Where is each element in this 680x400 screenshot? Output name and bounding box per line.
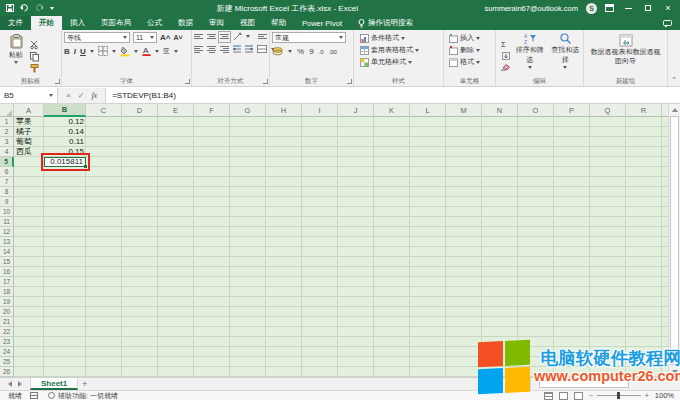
ribbon-display-options-icon[interactable]	[605, 4, 614, 12]
conditional-formatting-button[interactable]: 条件格式	[360, 32, 441, 44]
column-header-I[interactable]: I	[302, 104, 338, 117]
tab-formulas[interactable]: 公式	[139, 16, 170, 30]
tab-home[interactable]: 开始	[31, 16, 62, 30]
column-header-D[interactable]: D	[122, 104, 158, 117]
font-color-icon[interactable]: A	[142, 46, 151, 56]
row-header-6[interactable]: 6	[0, 167, 14, 177]
new-sheet-button[interactable]: +	[78, 378, 91, 390]
row-header-12[interactable]: 12	[0, 227, 14, 237]
find-select-button[interactable]: 查找和选择	[550, 32, 582, 76]
middle-align-icon[interactable]	[207, 33, 216, 41]
row-header-25[interactable]: 25	[0, 357, 14, 367]
tab-data[interactable]: 数据	[170, 16, 201, 30]
tab-page-layout[interactable]: 页面布局	[93, 16, 139, 30]
row-header-1[interactable]: 1	[0, 117, 14, 127]
sheet-tab-sheet1[interactable]: Sheet1	[30, 378, 78, 390]
underline-button[interactable]: U	[80, 47, 86, 56]
column-header-G[interactable]: G	[230, 104, 266, 117]
accounting-format-icon[interactable]	[272, 47, 283, 56]
italic-button[interactable]: I	[74, 47, 76, 56]
font-name-select[interactable]: 等线	[64, 32, 130, 43]
tab-file[interactable]: 文件	[0, 16, 31, 30]
phonetic-caret-icon[interactable]	[174, 50, 178, 53]
font-size-select[interactable]: 11	[133, 32, 157, 43]
tab-view[interactable]: 视图	[232, 16, 263, 30]
cell-A1[interactable]: 苹果	[14, 117, 44, 127]
tab-review[interactable]: 审阅	[201, 16, 232, 30]
column-header-Q[interactable]: Q	[590, 104, 626, 117]
fill-down-icon[interactable]	[501, 52, 510, 60]
vertical-scroll-thumb[interactable]	[670, 116, 679, 365]
orientation-caret-icon[interactable]	[246, 35, 250, 38]
row-header-2[interactable]: 2	[0, 127, 14, 137]
center-icon[interactable]	[207, 45, 216, 53]
row-header-16[interactable]: 16	[0, 267, 14, 277]
close-button[interactable]: ×	[662, 2, 674, 14]
row-header-23[interactable]: 23	[0, 337, 14, 347]
increase-font-icon[interactable]: A˄	[160, 33, 170, 42]
sort-filter-button[interactable]: AZ 排序和筛选	[514, 32, 546, 76]
row-header-3[interactable]: 3	[0, 137, 14, 147]
comments-icon[interactable]	[663, 16, 680, 30]
row-header-18[interactable]: 18	[0, 287, 14, 297]
increase-decimal-icon[interactable]: .0	[319, 49, 324, 55]
row-header-5[interactable]: 5	[0, 157, 14, 167]
decrease-indent-icon[interactable]	[233, 45, 241, 53]
fill-color-caret-icon[interactable]	[134, 50, 138, 53]
column-header-L[interactable]: L	[410, 104, 446, 117]
select-all-corner[interactable]	[0, 104, 14, 117]
align-right-icon[interactable]	[220, 45, 229, 53]
zoom-slider[interactable]: − +	[589, 392, 649, 399]
accounting-caret-icon[interactable]	[288, 50, 292, 53]
page-break-view-icon[interactable]	[574, 392, 583, 400]
redo-icon[interactable]	[35, 4, 44, 12]
grid-area[interactable]: 1234567891011121314151617181920212223242…	[0, 117, 668, 377]
row-header-9[interactable]: 9	[0, 197, 14, 207]
cell-B3[interactable]: 0.11	[44, 137, 86, 147]
account-avatar[interactable]: S	[586, 3, 597, 14]
save-icon[interactable]	[6, 4, 14, 12]
row-header-4[interactable]: 4	[0, 147, 14, 157]
clear-icon[interactable]	[501, 63, 510, 71]
merge-center-icon[interactable]	[257, 45, 267, 53]
decrease-decimal-icon[interactable]: .00	[329, 49, 337, 55]
format-cells-button[interactable]: 格式	[449, 56, 493, 68]
formula-input[interactable]: =STDEVP(B1:B4)	[106, 88, 680, 103]
cancel-icon[interactable]: ×	[66, 91, 71, 100]
column-header-R[interactable]: R	[626, 104, 662, 117]
clipboard-dialog-launcher-icon[interactable]	[55, 79, 60, 84]
percent-style-icon[interactable]: %	[297, 47, 304, 56]
column-header-M[interactable]: M	[446, 104, 482, 117]
vertical-scrollbar[interactable]	[668, 104, 680, 377]
customize-qat-icon[interactable]	[50, 7, 54, 10]
paste-button[interactable]: 粘贴	[2, 32, 30, 76]
column-header-H[interactable]: H	[266, 104, 302, 117]
horizontal-scrollbar[interactable]	[530, 378, 680, 390]
column-header-J[interactable]: J	[338, 104, 374, 117]
top-align-icon[interactable]	[194, 33, 203, 41]
account-email[interactable]: summerain67@outlook.com	[485, 4, 579, 13]
column-header-E[interactable]: E	[158, 104, 194, 117]
cell-A2[interactable]: 橘子	[14, 127, 44, 137]
scroll-down-icon[interactable]	[669, 366, 680, 377]
tab-power-pivot[interactable]: Power Pivot	[294, 16, 350, 30]
row-header-21[interactable]: 21	[0, 317, 14, 327]
restore-button[interactable]	[642, 2, 654, 14]
bold-button[interactable]: B	[64, 47, 70, 56]
row-header-10[interactable]: 10	[0, 207, 14, 217]
minimize-button[interactable]	[622, 2, 634, 14]
zoom-in-icon[interactable]: +	[645, 392, 649, 399]
tab-help[interactable]: 帮助	[263, 16, 294, 30]
insert-cells-button[interactable]: 插入	[449, 32, 493, 44]
bottom-align-icon[interactable]	[220, 33, 229, 41]
row-header-26[interactable]: 26	[0, 367, 14, 377]
borders-icon[interactable]	[98, 46, 108, 56]
borders-caret-icon[interactable]	[112, 50, 116, 53]
row-header-13[interactable]: 13	[0, 237, 14, 247]
column-header-P[interactable]: P	[554, 104, 590, 117]
row-header-7[interactable]: 7	[0, 177, 14, 187]
row-header-19[interactable]: 19	[0, 297, 14, 307]
alignment-dialog-launcher-icon[interactable]	[263, 79, 268, 84]
cut-icon[interactable]	[30, 40, 39, 49]
number-format-select[interactable]: 常规	[272, 32, 346, 43]
